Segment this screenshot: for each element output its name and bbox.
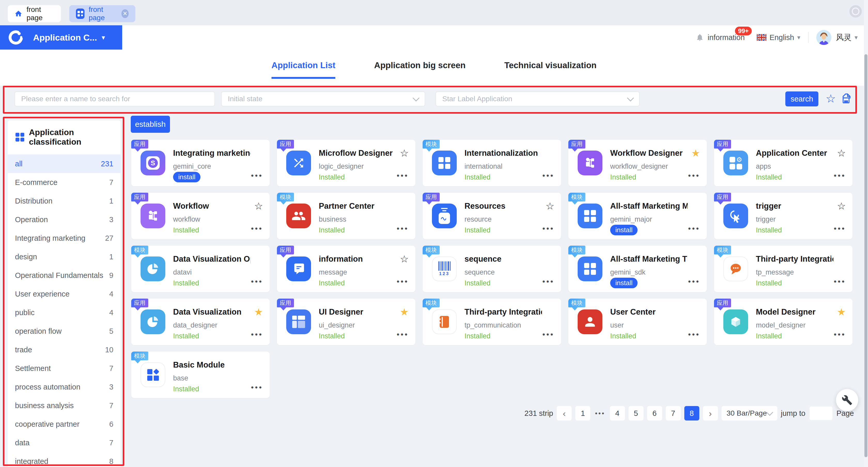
more-actions-icon[interactable]: •••: [834, 330, 846, 339]
jump-to-input[interactable]: [809, 406, 833, 421]
star-outline-icon[interactable]: ☆: [546, 200, 554, 212]
notification-area[interactable]: information 99+: [696, 33, 745, 42]
avatar[interactable]: [816, 30, 831, 45]
app-card-resource[interactable]: 应用Resources☆resourceInstalled•••: [423, 193, 561, 239]
app-card-international[interactable]: 模块InternationalizationinternationalInsta…: [423, 140, 561, 186]
more-actions-icon[interactable]: •••: [688, 224, 700, 233]
sidebar-item-operational-fundamentals[interactable]: Operational Fundamentals9: [8, 266, 121, 285]
clear-brush-icon[interactable]: [841, 92, 852, 105]
app-card-data_designer[interactable]: 应用Data Visualization★data_designerInstal…: [131, 299, 270, 345]
star-outline-icon[interactable]: ☆: [400, 148, 409, 159]
page-button-8[interactable]: 8: [684, 406, 699, 421]
page-button-6[interactable]: 6: [647, 406, 662, 421]
page-button-4[interactable]: 4: [610, 406, 625, 421]
star-outline-icon[interactable]: ☆: [837, 200, 846, 212]
star-filter-icon[interactable]: ☆: [826, 91, 836, 106]
more-actions-icon[interactable]: •••: [397, 330, 409, 339]
tab-application-list[interactable]: Application List: [272, 60, 336, 79]
sidebar-item-process-automation[interactable]: process automation3: [8, 378, 121, 396]
sidebar-item-operation-flow[interactable]: operation flow5: [8, 322, 121, 340]
more-actions-icon[interactable]: •••: [834, 277, 846, 286]
more-actions-icon[interactable]: •••: [688, 277, 700, 286]
sidebar-item-trade[interactable]: trade10: [8, 340, 121, 359]
more-actions-icon[interactable]: •••: [397, 224, 409, 233]
more-actions-icon[interactable]: •••: [251, 277, 263, 286]
more-actions-icon[interactable]: •••: [542, 224, 554, 233]
initial-state-select[interactable]: Initial state: [221, 91, 425, 106]
settings-wrench-button[interactable]: [836, 389, 858, 411]
sidebar-item-design[interactable]: design1: [8, 247, 121, 266]
star-filled-icon[interactable]: ★: [254, 306, 263, 318]
sidebar-item-settlement[interactable]: Settlement7: [8, 359, 121, 378]
app-card-message[interactable]: 应用information☆messageInstalled•••: [277, 246, 415, 292]
username[interactable]: 风灵: [836, 32, 851, 43]
per-page-select[interactable]: 30 Bar/Page: [721, 406, 777, 421]
scrollbar-thumb[interactable]: [864, 54, 867, 457]
tab-technical-visualization[interactable]: Technical visualization: [504, 60, 596, 77]
more-actions-icon[interactable]: •••: [542, 277, 554, 286]
more-actions-icon[interactable]: •••: [542, 330, 554, 339]
status-install[interactable]: install: [173, 172, 200, 182]
app-card-gemini_core[interactable]: 应用SIntegrating marketinggemini_coreinsta…: [131, 140, 270, 186]
search-input[interactable]: Please enter a name to search for: [14, 91, 215, 106]
sidebar-item-business-analysis[interactable]: business analysis7: [8, 396, 121, 415]
app-card-model_designer[interactable]: 应用Model Designer★model_designerInstalled…: [714, 299, 852, 345]
sidebar-item-distribution[interactable]: Distribution1: [8, 192, 121, 210]
app-card-workflow[interactable]: 应用Workflow☆workflowInstalled•••: [131, 193, 270, 239]
app-card-user[interactable]: 模块User CenteruserInstalled•••: [568, 299, 707, 345]
star-label-select[interactable]: Star Label Application: [436, 91, 640, 106]
tab-application-big-screen[interactable]: Application big screen: [374, 60, 466, 77]
more-actions-icon[interactable]: •••: [542, 171, 554, 180]
status-install[interactable]: install: [610, 225, 638, 235]
app-card-datavi[interactable]: 模块Data Visualization Opera...dataviInsta…: [131, 246, 270, 292]
sidebar-item-cooperative-partner[interactable]: cooperative partner6: [8, 415, 121, 433]
sidebar-item-public[interactable]: public4: [8, 303, 121, 322]
app-card-ui_designer[interactable]: 应用UI Designer★ui_designerInstalled•••: [277, 299, 415, 345]
chevron-down-icon[interactable]: ▾: [101, 34, 105, 41]
browser-tab-front-page[interactable]: front page: [8, 5, 61, 22]
page-button-7[interactable]: 7: [666, 406, 681, 421]
star-outline-icon[interactable]: ☆: [400, 253, 409, 265]
chevron-down-icon[interactable]: ▾: [855, 34, 858, 41]
more-pages-icon[interactable]: •••: [595, 409, 605, 417]
app-card-business[interactable]: 模块Partner CenterbusinessInstalled•••: [277, 193, 415, 239]
prev-page-button[interactable]: ‹: [557, 406, 572, 421]
sidebar-item-integrated[interactable]: integrated8: [8, 452, 121, 467]
app-card-sequence[interactable]: 模块123sequencesequenceInstalled•••: [423, 246, 561, 292]
app-card-tp_communication[interactable]: 模块Third-party Integration -...tp_communi…: [423, 299, 561, 345]
sidebar-item-user-experience[interactable]: User experience4: [8, 285, 121, 303]
sidebar-item-operation[interactable]: Operation3: [8, 210, 121, 229]
sidebar-item-e-commerce[interactable]: E-commerce7: [8, 173, 121, 192]
more-actions-icon[interactable]: •••: [688, 330, 700, 339]
star-outline-icon[interactable]: ☆: [254, 200, 263, 212]
scrollbar-track[interactable]: [864, 0, 868, 467]
sidebar-item-data[interactable]: data7: [8, 433, 121, 452]
establish-button[interactable]: establish: [131, 116, 170, 133]
more-actions-icon[interactable]: •••: [688, 171, 700, 180]
app-card-apps[interactable]: 应用⚙Application Center☆appsInstalled•••: [714, 140, 852, 186]
more-actions-icon[interactable]: •••: [834, 224, 846, 233]
corner-circle-icon[interactable]: [849, 5, 862, 18]
status-install[interactable]: install: [610, 278, 638, 288]
app-card-trigger[interactable]: 应用trigger☆triggerInstalled•••: [714, 193, 852, 239]
app-card-gemini_major[interactable]: 模块All-staff Marketing Mast...gemini_majo…: [568, 193, 707, 239]
star-filled-icon[interactable]: ★: [691, 148, 700, 159]
more-actions-icon[interactable]: •••: [397, 277, 409, 286]
star-filled-icon[interactable]: ★: [837, 306, 846, 318]
app-card-base[interactable]: 模块Basic ModulebaseInstalled•••: [131, 351, 270, 398]
close-icon[interactable]: ✕: [121, 9, 129, 18]
page-button-1[interactable]: 1: [575, 406, 590, 421]
app-card-gemini_sdk[interactable]: 模块All-staff Marketing Third...gemini_sdk…: [568, 246, 707, 292]
more-actions-icon[interactable]: •••: [834, 171, 846, 180]
more-actions-icon[interactable]: •••: [251, 330, 263, 339]
app-card-logic_designer[interactable]: 应用Microflow Designer☆logic_designerInsta…: [277, 140, 415, 186]
app-card-tp_message[interactable]: 模块Third-party Integration -...tp_message…: [714, 246, 852, 292]
language-label[interactable]: English: [770, 33, 794, 42]
more-actions-icon[interactable]: •••: [251, 383, 263, 392]
more-actions-icon[interactable]: •••: [397, 171, 409, 180]
more-actions-icon[interactable]: •••: [251, 171, 263, 180]
sidebar-item-integrating-marketing[interactable]: Integrating marketing27: [8, 229, 121, 247]
browser-tab-front-page-active[interactable]: front page ✕: [69, 5, 135, 22]
page-button-5[interactable]: 5: [628, 406, 644, 421]
chevron-down-icon[interactable]: ▾: [797, 34, 800, 41]
